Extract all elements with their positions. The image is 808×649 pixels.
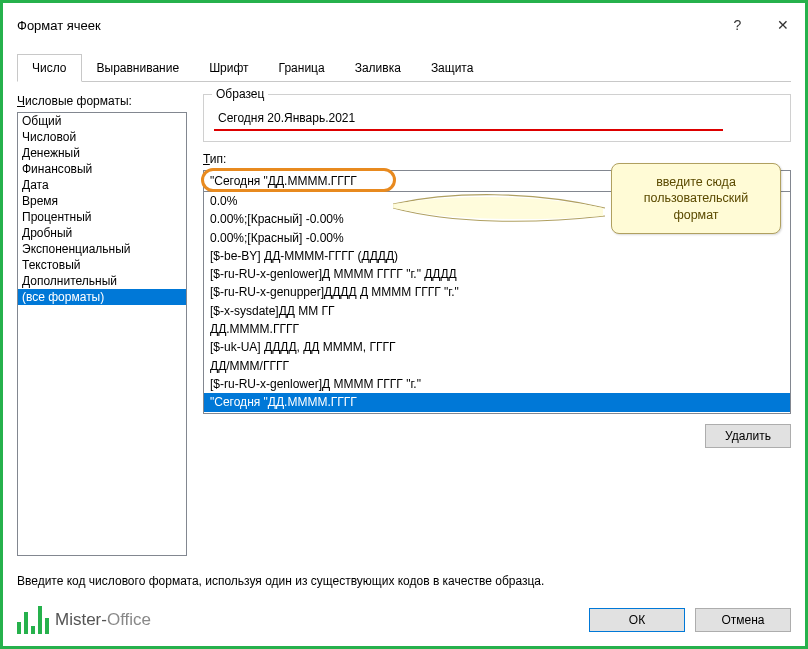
cancel-button[interactable]: Отмена: [695, 608, 791, 632]
tab-заливка[interactable]: Заливка: [340, 54, 416, 82]
close-button[interactable]: ✕: [760, 11, 805, 39]
list-item[interactable]: ДД.ММММ.ГГГГ: [204, 320, 790, 338]
list-item[interactable]: [$-x-sysdate]ДД ММ ГГ: [204, 302, 790, 320]
window-title: Формат ячеек: [17, 18, 101, 33]
annotation-underline: [214, 129, 723, 131]
sample-groupbox: Образец Сегодня 20.Январь.2021: [203, 94, 791, 142]
list-item[interactable]: Экспоненциальный: [18, 241, 186, 257]
list-item[interactable]: [$-ru-RU-x-genupper]ДДДД Д ММММ ГГГГ "г.…: [204, 283, 790, 301]
dialog-window: Формат ячеек ? ✕ ЧислоВыравниваниеШрифтГ…: [3, 3, 805, 646]
logo-bars-icon: [17, 606, 49, 634]
list-item[interactable]: "Сегодня "ДД.ММММ.ГГГГ: [204, 393, 790, 411]
tabs: ЧислоВыравниваниеШрифтГраницаЗаливкаЗащи…: [17, 53, 791, 82]
hint-text: Введите код числового формата, используя…: [17, 574, 791, 588]
list-item[interactable]: Финансовый: [18, 161, 186, 177]
list-item[interactable]: Дата: [18, 177, 186, 193]
tab-граница[interactable]: Граница: [264, 54, 340, 82]
category-listbox[interactable]: ОбщийЧисловойДенежныйФинансовыйДатаВремя…: [17, 112, 187, 556]
tab-шрифт[interactable]: Шрифт: [194, 54, 263, 82]
list-item[interactable]: Текстовый: [18, 257, 186, 273]
delete-button[interactable]: Удалить: [705, 424, 791, 448]
list-item[interactable]: Общий: [18, 113, 186, 129]
help-icon: ?: [734, 17, 742, 33]
category-label: Числовые форматы:: [17, 94, 187, 108]
sample-value: Сегодня 20.Январь.2021: [214, 111, 780, 125]
tab-выравнивание[interactable]: Выравнивание: [82, 54, 195, 82]
tab-число[interactable]: Число: [17, 54, 82, 82]
logo-text: Mister-Office: [55, 610, 151, 630]
sample-legend: Образец: [212, 87, 268, 101]
list-item[interactable]: [$-be-BY] ДД-ММММ-ГГГГ (ДДДД): [204, 247, 790, 265]
logo: Mister-Office: [17, 606, 151, 634]
titlebar: Формат ячеек ? ✕: [3, 3, 805, 47]
list-item[interactable]: [$-ru-RU-x-genlower]Д ММММ ГГГГ "г." ДДД…: [204, 265, 790, 283]
list-item[interactable]: [$-uk-UA] ДДДД, ДД ММММ, ГГГГ: [204, 338, 790, 356]
help-button[interactable]: ?: [715, 11, 760, 39]
tab-защита[interactable]: Защита: [416, 54, 489, 82]
ok-button[interactable]: ОК: [589, 608, 685, 632]
list-item[interactable]: (все форматы): [18, 289, 186, 305]
list-item[interactable]: ДД/МММ/ГГГГ: [204, 357, 790, 375]
callout-box: введите сюда пользовательский формат: [611, 163, 781, 234]
list-item[interactable]: Денежный: [18, 145, 186, 161]
list-item[interactable]: Время: [18, 193, 186, 209]
close-icon: ✕: [777, 17, 789, 33]
list-item[interactable]: Числовой: [18, 129, 186, 145]
list-item[interactable]: Дополнительный: [18, 273, 186, 289]
list-item[interactable]: [$-ru-RU-x-genlower]Д ММММ ГГГГ "г.": [204, 375, 790, 393]
list-item[interactable]: Процентный: [18, 209, 186, 225]
list-item[interactable]: Дробный: [18, 225, 186, 241]
